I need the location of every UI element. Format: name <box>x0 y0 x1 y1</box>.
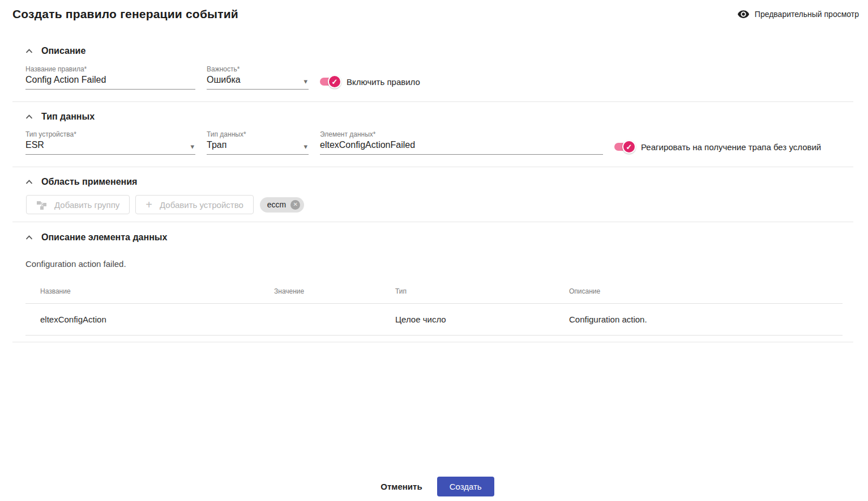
check-icon: ✓ <box>626 143 632 151</box>
cell-description: Configuration action. <box>569 304 843 336</box>
preview-button[interactable]: Предварительный просмотр <box>737 8 859 20</box>
cell-name: eltexConfigAction <box>25 304 274 336</box>
data-type-label: Тип данных* <box>207 130 309 138</box>
table-row: eltexConfigAction Целое число Configurat… <box>25 304 843 336</box>
data-element-input[interactable]: eltexConfigActionFailed <box>320 140 415 150</box>
caret-down-icon: ▾ <box>303 143 309 150</box>
section-title-scope: Область применения <box>41 177 137 187</box>
severity-select[interactable]: Важность* Ошибка ▾ <box>207 65 309 90</box>
add-device-label: Добавить устройство <box>160 200 243 210</box>
data-element-label: Элемент данных* <box>320 130 603 138</box>
section-divider <box>12 101 853 102</box>
section-title-data-type: Тип данных <box>41 112 95 122</box>
collapse-scope-icon[interactable] <box>25 178 33 186</box>
add-group-label: Добавить группу <box>54 200 119 210</box>
scope-chip-eccm[interactable]: eccm ✕ <box>260 197 304 213</box>
section-scope: Область применения <box>0 177 868 187</box>
enable-rule-label: Включить правило <box>347 77 420 87</box>
rule-name-field[interactable]: Название правила* Config Action Failed <box>25 65 195 90</box>
severity-value[interactable]: Ошибка <box>207 75 241 85</box>
cancel-button[interactable]: Отменить <box>374 477 429 496</box>
device-type-value[interactable]: ESR <box>25 140 44 150</box>
data-type-fields-row: Тип устройства* ESR ▾ Тип данных* Трап ▾… <box>25 130 868 155</box>
caret-down-icon: ▾ <box>303 78 309 85</box>
toggle-switch[interactable]: ✓ <box>614 140 636 154</box>
add-device-button[interactable]: + Добавить устройство <box>135 195 253 214</box>
element-parameters-table: Название Значение Тип Описание eltexConf… <box>25 279 843 336</box>
trap-no-condition-label: Реагировать на получение трапа без услов… <box>641 142 821 152</box>
section-data-type: Тип данных <box>0 112 868 122</box>
data-type-value[interactable]: Трап <box>207 140 226 150</box>
create-event-rule-page: Создать правило генерации событий Предва… <box>0 0 868 501</box>
rule-name-label: Название правила* <box>25 65 195 73</box>
preview-label: Предварительный просмотр <box>755 10 859 19</box>
section-element-description: Описание элемента данных <box>0 232 868 243</box>
trap-no-condition-toggle[interactable]: ✓ Реагировать на получение трапа без усл… <box>614 140 821 154</box>
data-element-field[interactable]: Элемент данных* eltexConfigActionFailed <box>320 130 603 155</box>
enable-rule-toggle[interactable]: ✓ Включить правило <box>320 75 420 88</box>
collapse-data-type-icon[interactable] <box>25 113 33 121</box>
group-tree-icon <box>36 199 47 210</box>
section-divider <box>12 167 853 167</box>
section-description: Описание <box>0 46 868 56</box>
page-title: Создать правило генерации событий <box>12 7 238 21</box>
column-header-description: Описание <box>569 279 843 304</box>
toggle-thumb: ✓ <box>328 75 341 88</box>
rule-name-input[interactable]: Config Action Failed <box>25 75 106 85</box>
section-divider <box>12 222 853 222</box>
cell-value <box>274 304 395 336</box>
plus-icon: + <box>146 199 152 210</box>
section-title-description: Описание <box>41 46 85 56</box>
eye-icon <box>737 8 750 20</box>
column-header-name: Название <box>25 279 274 304</box>
section-divider <box>12 342 853 342</box>
device-type-label: Тип устройства* <box>25 130 195 138</box>
footer-actions: Отменить Создать <box>0 477 868 496</box>
toggle-switch[interactable]: ✓ <box>320 75 341 88</box>
section-title-element-description: Описание элемента данных <box>41 232 167 243</box>
device-type-select[interactable]: Тип устройства* ESR ▾ <box>25 130 195 155</box>
cell-type: Целое число <box>395 304 569 336</box>
add-group-button[interactable]: Добавить группу <box>26 195 130 214</box>
column-header-type: Тип <box>395 279 569 304</box>
check-icon: ✓ <box>332 78 338 86</box>
column-header-value: Значение <box>274 279 395 304</box>
create-button[interactable]: Создать <box>437 477 494 496</box>
description-fields-row: Название правила* Config Action Failed В… <box>25 65 868 90</box>
severity-label: Важность* <box>207 65 309 73</box>
caret-down-icon: ▾ <box>190 143 195 150</box>
chip-label: eccm <box>267 200 286 209</box>
chip-remove-icon[interactable]: ✕ <box>290 200 300 210</box>
element-description-text: Configuration action failed. <box>25 259 868 269</box>
collapse-element-description-icon[interactable] <box>25 233 33 241</box>
topbar: Создать правило генерации событий Предва… <box>0 0 868 21</box>
table-header-row: Название Значение Тип Описание <box>25 279 843 304</box>
data-type-select[interactable]: Тип данных* Трап ▾ <box>207 130 309 155</box>
scope-controls-row: Добавить группу + Добавить устройство ec… <box>26 195 868 214</box>
toggle-thumb: ✓ <box>622 140 636 154</box>
collapse-description-icon[interactable] <box>25 47 33 55</box>
